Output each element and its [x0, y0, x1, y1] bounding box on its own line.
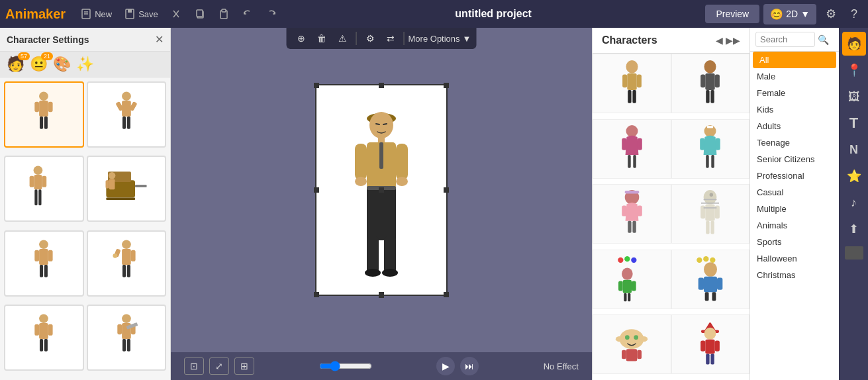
canvas-tool-warning[interactable]: ⚠: [333, 30, 352, 46]
filter-item-senior-citizens[interactable]: Senior Citizens: [750, 151, 839, 167]
handle-tr[interactable]: [444, 83, 449, 88]
svg-rect-26: [42, 176, 47, 187]
sidebar-icon-background[interactable]: [845, 246, 863, 260]
play-button[interactable]: ▶: [436, 357, 455, 375]
pose-thumb-6[interactable]: [87, 230, 167, 297]
left-panel: Character Settings ✕ 🧑 57 😐 21 🎨 ✨: [0, 28, 171, 380]
close-panel-button[interactable]: ✕: [155, 33, 164, 46]
svg-point-120: [631, 257, 636, 262]
character-item-1[interactable]: [593, 54, 671, 113]
character-item-3[interactable]: [593, 119, 671, 179]
sidebar-icon-text[interactable]: T: [842, 111, 866, 135]
help-icon[interactable]: ?: [845, 5, 863, 24]
pose-thumb-1[interactable]: [4, 81, 84, 148]
svg-point-36: [39, 240, 48, 250]
tab-magic[interactable]: ✨: [76, 56, 94, 73]
cut-button[interactable]: [166, 5, 186, 23]
canvas-tool-settings[interactable]: ⚙: [361, 30, 380, 46]
character-item-6[interactable]: [671, 184, 750, 244]
undo-button[interactable]: [238, 5, 258, 23]
character-item-2[interactable]: [671, 54, 750, 113]
sidebar-icon-character[interactable]: 🧑: [842, 32, 866, 56]
sidebar-icon-audio[interactable]: ♪: [842, 191, 866, 214]
filter-item-professional[interactable]: Professional: [750, 167, 839, 184]
pose-thumb-8[interactable]: [87, 305, 167, 371]
pose-thumb-5[interactable]: [4, 230, 84, 297]
handle-ml[interactable]: [314, 187, 319, 193]
copy-button[interactable]: [190, 5, 210, 23]
pose-thumb-4[interactable]: [87, 156, 167, 222]
character-item-7[interactable]: [593, 250, 671, 309]
svg-rect-84: [632, 90, 636, 103]
handle-tl[interactable]: [314, 83, 319, 88]
svg-rect-34: [135, 185, 146, 187]
filter-item-kids[interactable]: Kids: [750, 101, 839, 118]
panel-next-arrow[interactable]: ▶▶: [726, 35, 740, 46]
canvas[interactable]: [171, 28, 592, 352]
save-button[interactable]: Save: [120, 5, 162, 23]
handle-br[interactable]: [444, 292, 449, 297]
canvas-tool-swap[interactable]: ⇄: [381, 30, 400, 46]
sidebar-icon-effects[interactable]: ⭐: [842, 164, 866, 188]
filter-item-multiple[interactable]: Multiple: [750, 201, 839, 217]
canvas-tool-target[interactable]: ⊕: [292, 30, 311, 46]
pose-thumb-2[interactable]: [87, 81, 167, 148]
tab-faces[interactable]: 😐 21: [30, 56, 48, 73]
paste-button[interactable]: [214, 5, 234, 23]
filter-item-halloween[interactable]: Halloween: [750, 250, 839, 267]
zoom-slider[interactable]: [319, 361, 372, 371]
character-item-10[interactable]: [671, 314, 750, 374]
character-item-8[interactable]: [671, 250, 750, 309]
tab-colors[interactable]: 🎨: [53, 56, 71, 73]
grid-button[interactable]: ⊞: [234, 357, 254, 375]
svg-point-91: [626, 125, 638, 137]
pose-thumb-3[interactable]: [4, 156, 84, 222]
handle-bc[interactable]: [379, 292, 384, 297]
svg-rect-94: [628, 155, 631, 168]
redo-button[interactable]: [262, 5, 281, 23]
filter-item-all[interactable]: All: [753, 52, 836, 68]
main-character: [342, 97, 421, 283]
svg-rect-106: [628, 221, 631, 233]
character-item-9[interactable]: [593, 314, 671, 374]
svg-rect-57: [117, 324, 122, 334]
preview-button[interactable]: Preview: [705, 5, 759, 23]
search-button[interactable]: 🔍: [818, 34, 829, 45]
svg-rect-149: [700, 341, 705, 352]
character-item-4[interactable]: [671, 119, 750, 179]
svg-point-115: [710, 193, 713, 197]
svg-rect-105: [637, 206, 642, 216]
settings-icon[interactable]: ⚙: [820, 4, 842, 24]
svg-rect-51: [35, 324, 40, 336]
sidebar-icon-numbers[interactable]: N: [842, 138, 866, 162]
svg-point-140: [634, 335, 639, 340]
canvas-frame[interactable]: [315, 84, 448, 296]
sidebar-icon-image[interactable]: 🖼: [842, 85, 866, 109]
tab-poses[interactable]: 🧑 57: [7, 56, 24, 73]
filter-item-male[interactable]: Male: [750, 68, 839, 85]
view-mode-selector[interactable]: 😊 2D ▼: [763, 4, 816, 24]
handle-mr[interactable]: [444, 187, 449, 193]
sidebar-icon-location[interactable]: 📍: [842, 58, 866, 82]
svg-rect-97: [700, 138, 704, 150]
filter-item-adults[interactable]: Adults: [750, 118, 839, 134]
filter-item-female[interactable]: Female: [750, 85, 839, 101]
pose-thumb-7[interactable]: [4, 305, 84, 371]
filter-item-animals[interactable]: Animals: [750, 217, 839, 234]
filter-item-christmas[interactable]: Christmas: [750, 267, 839, 283]
sidebar-icon-upload[interactable]: ⬆: [842, 217, 866, 241]
search-input[interactable]: [755, 32, 815, 47]
fit-view-button[interactable]: ⊡: [184, 357, 204, 375]
effect-label: No Effect: [544, 361, 579, 371]
next-frame-button[interactable]: ⏭: [460, 357, 479, 375]
fullscreen-button[interactable]: ⤢: [209, 357, 229, 375]
new-button[interactable]: New: [76, 5, 116, 23]
character-item-5[interactable]: [593, 184, 671, 244]
handle-bl[interactable]: [314, 292, 319, 297]
filter-item-casual[interactable]: Casual: [750, 184, 839, 201]
canvas-tool-delete[interactable]: 🗑: [312, 30, 332, 46]
filter-item-teenage[interactable]: Teenage: [750, 134, 839, 151]
filter-item-sports[interactable]: Sports: [750, 234, 839, 250]
panel-prev-arrow[interactable]: ◀: [716, 35, 723, 46]
handle-tc[interactable]: [379, 83, 384, 88]
